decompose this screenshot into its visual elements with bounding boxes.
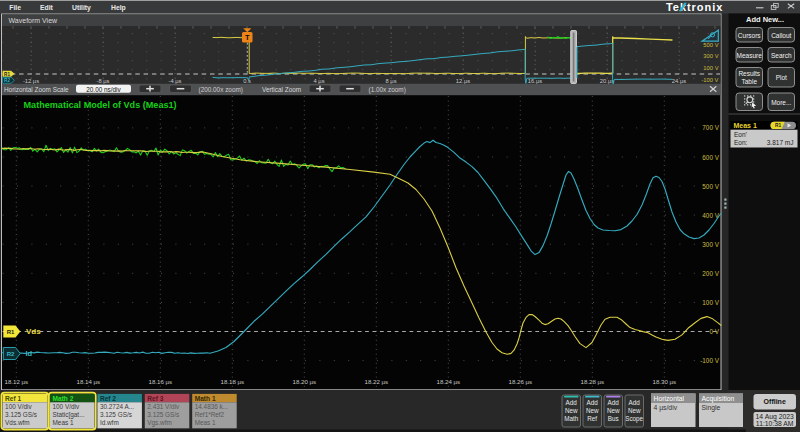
svg-text:R2: R2 — [4, 78, 10, 83]
svg-text:Cursors: Cursors — [738, 32, 762, 39]
svg-text:Offline: Offline — [764, 398, 786, 405]
svg-text:18.22 µs: 18.22 µs — [365, 378, 389, 385]
svg-text:18.16 µs: 18.16 µs — [149, 378, 173, 385]
svg-text:(1.00x zoom): (1.00x zoom) — [369, 86, 406, 94]
svg-text:Eon’: Eon’ — [734, 131, 748, 138]
svg-text:18.18 µs: 18.18 µs — [221, 378, 245, 385]
svg-text:18.12 µs: 18.12 µs — [5, 378, 29, 385]
svg-text:Plot: Plot — [776, 74, 787, 81]
svg-text:Vgs.wfm: Vgs.wfm — [147, 419, 172, 427]
svg-text:More...: More... — [771, 99, 791, 106]
svg-text:Meas 1: Meas 1 — [195, 419, 216, 426]
svg-text:File: File — [9, 4, 21, 11]
svg-text:30.2724 A...: 30.2724 A... — [100, 403, 134, 410]
svg-text:Scope: Scope — [625, 415, 643, 423]
svg-text:0 V: 0 V — [709, 328, 719, 335]
svg-text:Eon:: Eon: — [734, 139, 748, 146]
svg-text:Meas 1: Meas 1 — [734, 122, 757, 129]
svg-text:4 µs/div: 4 µs/div — [654, 404, 678, 412]
svg-text:16 µs: 16 µs — [528, 78, 542, 84]
svg-text:-100 V: -100 V — [700, 357, 720, 364]
svg-text:3.125 GS/s: 3.125 GS/s — [5, 411, 37, 418]
svg-text:Add: Add — [629, 399, 641, 406]
svg-text:Single: Single — [702, 404, 721, 412]
svg-text:New: New — [628, 407, 641, 414]
svg-text:100 V: 100 V — [702, 299, 719, 306]
svg-text:Waveform View: Waveform View — [9, 17, 59, 24]
svg-text:300 V: 300 V — [702, 241, 719, 248]
svg-text:-4 µs: -4 µs — [168, 78, 181, 84]
svg-text:2.431 V/div: 2.431 V/div — [147, 403, 180, 410]
svg-text:Vds.wfm: Vds.wfm — [5, 419, 30, 426]
svg-text:Search: Search — [771, 52, 792, 59]
svg-text:New: New — [565, 407, 578, 414]
svg-text:Mathematical Model of Vds (Mea: Mathematical Model of Vds (Meas1) — [24, 100, 177, 110]
svg-text:18.26 µs: 18.26 µs — [509, 378, 533, 385]
svg-text:4 µs: 4 µs — [313, 78, 324, 84]
svg-text:New: New — [607, 407, 620, 414]
svg-text:3.125 GS/s: 3.125 GS/s — [100, 411, 132, 418]
svg-text:0 s: 0 s — [243, 78, 251, 84]
svg-text:Edit: Edit — [40, 4, 54, 11]
svg-text:700 V: 700 V — [702, 124, 719, 131]
svg-text:18.20 µs: 18.20 µs — [293, 378, 317, 385]
svg-text:3.817 mJ: 3.817 mJ — [767, 139, 794, 146]
svg-text:Add: Add — [608, 399, 620, 406]
svg-text:8 µs: 8 µs — [385, 78, 396, 84]
svg-text:Id.wfm: Id.wfm — [100, 419, 119, 426]
svg-text:Add: Add — [566, 399, 578, 406]
svg-text:Math 1: Math 1 — [195, 395, 216, 402]
svg-text:Measure: Measure — [737, 52, 763, 59]
svg-text:Table: Table — [741, 78, 757, 85]
svg-text:11:10:38 AM: 11:10:38 AM — [756, 420, 794, 427]
svg-text:100 V/div: 100 V/div — [5, 403, 32, 410]
svg-text:Ref 2: Ref 2 — [100, 395, 116, 402]
svg-text:(200.00x zoom): (200.00x zoom) — [199, 86, 243, 94]
svg-text:Acquisition: Acquisition — [702, 395, 735, 403]
svg-text:500 V: 500 V — [702, 183, 719, 190]
svg-text:20 µs: 20 µs — [600, 78, 614, 84]
svg-text:R1: R1 — [775, 123, 781, 128]
svg-text:Add New...: Add New... — [746, 15, 784, 24]
svg-text:3.125 GS/s: 3.125 GS/s — [147, 411, 179, 418]
svg-text:14.4836 k...: 14.4836 k... — [195, 403, 229, 410]
svg-text:Vds: Vds — [26, 327, 41, 336]
svg-text:600 V: 600 V — [702, 154, 719, 161]
svg-text:Ref 1: Ref 1 — [5, 395, 21, 402]
svg-text:R1: R1 — [4, 72, 10, 77]
svg-text:200 V: 200 V — [702, 270, 719, 277]
svg-text:12 µs: 12 µs — [456, 78, 470, 84]
svg-text:Math 2: Math 2 — [53, 395, 74, 402]
svg-text:-100 V: -100 V — [701, 77, 718, 83]
svg-text:-12 µs: -12 µs — [23, 78, 39, 84]
svg-text:100 V/div: 100 V/div — [53, 403, 80, 410]
svg-text:Help: Help — [111, 4, 126, 12]
svg-text:20.00 ns/div: 20.00 ns/div — [86, 86, 121, 93]
svg-text:400 V: 400 V — [702, 212, 719, 219]
svg-text:Ref 3: Ref 3 — [147, 395, 163, 402]
svg-text:R2: R2 — [7, 351, 15, 357]
svg-text:500 V: 500 V — [703, 42, 718, 48]
svg-text:24 µs: 24 µs — [672, 78, 686, 84]
svg-text:Results: Results — [738, 70, 760, 77]
svg-text:18.28 µs: 18.28 µs — [581, 378, 605, 385]
svg-text:Tektronix: Tektronix — [666, 1, 723, 13]
svg-text:Callout: Callout — [771, 32, 791, 39]
svg-text:-8 µs: -8 µs — [96, 78, 109, 84]
svg-text:Math: Math — [564, 415, 578, 422]
svg-text:Vertical Zoom: Vertical Zoom — [262, 86, 301, 93]
svg-text:Bus: Bus — [608, 415, 619, 422]
svg-text:Horizontal: Horizontal — [654, 395, 685, 402]
svg-text:Ref1*Ref2: Ref1*Ref2 — [195, 411, 225, 418]
svg-text:New: New — [586, 407, 599, 414]
svg-text:Ref: Ref — [587, 415, 597, 422]
svg-text:Static[gat...: Static[gat... — [53, 411, 85, 419]
svg-text:T: T — [245, 33, 250, 42]
svg-text:18.14 µs: 18.14 µs — [77, 378, 101, 385]
svg-text:300 V: 300 V — [703, 53, 718, 59]
svg-text:100 V: 100 V — [703, 65, 718, 71]
svg-text:Utility: Utility — [72, 4, 91, 12]
svg-text:Meas 1: Meas 1 — [53, 419, 74, 426]
svg-text:18.30 µs: 18.30 µs — [653, 378, 677, 385]
svg-text:Id: Id — [26, 349, 33, 358]
